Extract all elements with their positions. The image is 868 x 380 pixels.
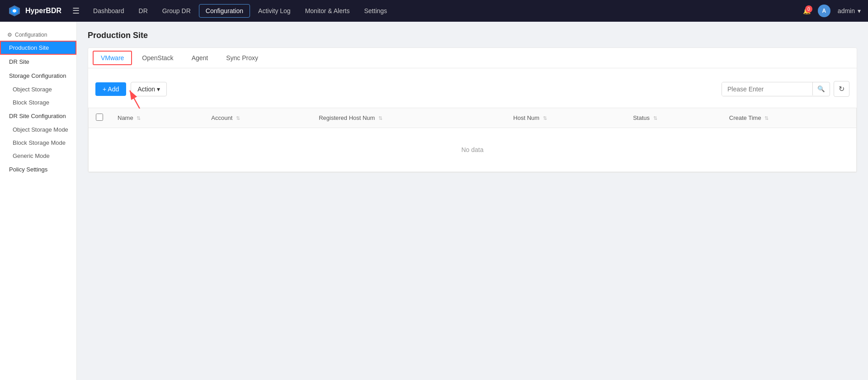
sidebar-item-production-site[interactable]: Production Site	[0, 41, 76, 55]
table-header-account[interactable]: Account ⇅	[204, 108, 311, 128]
table-header-host-num[interactable]: Host Num ⇅	[506, 108, 626, 128]
search-icon: 🔍	[817, 86, 825, 92]
table-header-status[interactable]: Status ⇅	[626, 108, 722, 128]
tab-vmware[interactable]: VMware	[93, 51, 132, 65]
sidebar-item-block-storage[interactable]: Block Storage	[0, 96, 76, 109]
user-menu[interactable]: admin ▾	[838, 7, 861, 14]
sort-status-icon: ⇅	[653, 115, 657, 121]
search-input[interactable]	[722, 82, 812, 96]
config-icon: ⚙	[7, 32, 12, 38]
nav-settings[interactable]: Settings	[358, 5, 393, 17]
nav-group-dr[interactable]: Group DR	[156, 5, 197, 17]
logo-icon	[7, 4, 22, 18]
sidebar-item-object-storage[interactable]: Object Storage	[0, 83, 76, 96]
sort-registered-host-icon: ⇅	[378, 115, 382, 121]
main-layout: ⚙ Configuration Production Site DR Site …	[0, 22, 868, 380]
table-header-registered-host-num[interactable]: Registered Host Num ⇅	[311, 108, 506, 128]
nav-dashboard[interactable]: Dashboard	[87, 5, 131, 17]
tab-sync-proxy[interactable]: Sync Proxy	[217, 49, 267, 68]
sort-host-num-icon: ⇅	[543, 115, 547, 121]
user-label: admin	[838, 7, 855, 14]
app-name: HyperBDR	[25, 7, 61, 15]
sidebar-item-dr-site[interactable]: DR Site	[0, 55, 76, 69]
sidebar-item-object-storage-mode[interactable]: Object Storage Mode	[0, 123, 76, 136]
sidebar-item-dr-site-configuration[interactable]: DR Site Configuration	[0, 109, 76, 123]
select-all-checkbox[interactable]	[96, 114, 103, 121]
nav-items: Dashboard DR Group DR Configuration Acti…	[87, 4, 803, 18]
no-data-cell: No data	[89, 128, 856, 172]
tab-agent[interactable]: Agent	[183, 49, 217, 68]
notification-bell[interactable]: 🔔 0	[803, 7, 811, 14]
bell-badge: 0	[805, 5, 812, 13]
action-label: Action	[137, 86, 155, 93]
table-header-create-time[interactable]: Create Time ⇅	[722, 108, 856, 128]
sort-account-icon: ⇅	[236, 115, 240, 121]
nav-monitor-alerts[interactable]: Monitor & Alerts	[299, 5, 356, 17]
sidebar-item-generic-mode[interactable]: Generic Mode	[0, 149, 76, 162]
table-header-name[interactable]: Name ⇅	[110, 108, 204, 128]
sidebar: ⚙ Configuration Production Site DR Site …	[0, 22, 77, 380]
hamburger-icon[interactable]: ☰	[72, 6, 80, 16]
refresh-icon: ↻	[839, 85, 844, 93]
user-chevron-icon: ▾	[858, 7, 861, 14]
main-content: Production Site VMware OpenStack Agent S…	[77, 22, 868, 380]
top-navigation: HyperBDR ☰ Dashboard DR Group DR Configu…	[0, 0, 868, 22]
sidebar-item-policy-settings[interactable]: Policy Settings	[0, 162, 76, 176]
page-title: Production Site	[88, 31, 857, 40]
table-header-checkbox	[89, 108, 110, 128]
user-avatar: A	[818, 5, 830, 17]
nav-dr[interactable]: DR	[132, 5, 154, 17]
action-chevron-icon: ▾	[157, 86, 160, 93]
no-data-row: No data	[89, 128, 856, 172]
sidebar-section-header: ⚙ Configuration	[0, 29, 76, 41]
data-table: Name ⇅ Account ⇅ Registered Host Num ⇅	[88, 108, 857, 172]
sidebar-item-block-storage-mode[interactable]: Block Storage Mode	[0, 136, 76, 149]
sort-create-time-icon: ⇅	[764, 115, 769, 121]
sort-name-icon: ⇅	[137, 115, 141, 121]
refresh-button[interactable]: ↻	[834, 81, 849, 97]
table-header-row: Name ⇅ Account ⇅ Registered Host Num ⇅	[89, 108, 856, 128]
toolbar: + Add Action ▾	[88, 76, 857, 102]
tab-navigation: VMware OpenStack Agent Sync Proxy	[88, 48, 857, 68]
search-box: 🔍	[722, 82, 830, 96]
action-button[interactable]: Action ▾	[131, 82, 167, 96]
tab-openstack[interactable]: OpenStack	[133, 49, 182, 68]
search-button[interactable]: 🔍	[812, 82, 830, 95]
nav-activity-log[interactable]: Activity Log	[252, 5, 297, 17]
nav-configuration[interactable]: Configuration	[199, 4, 250, 18]
app-logo[interactable]: HyperBDR	[7, 4, 61, 18]
sidebar-item-storage-configuration[interactable]: Storage Configuration	[0, 69, 76, 83]
toolbar-right: 🔍 ↻	[722, 81, 849, 97]
nav-right: 🔔 0 A admin ▾	[803, 5, 861, 17]
add-button[interactable]: + Add	[95, 82, 126, 96]
